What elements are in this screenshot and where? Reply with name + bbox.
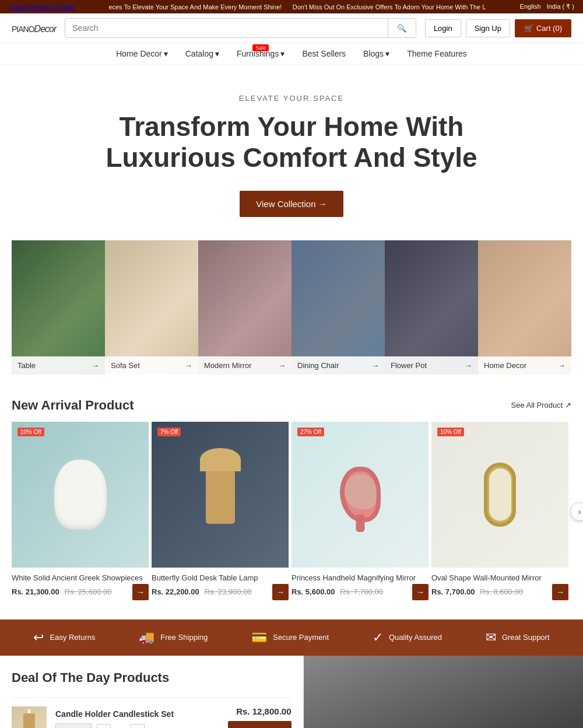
product-image-lamp: 7% Off <box>152 422 289 568</box>
search-button[interactable]: 🔍 <box>388 19 416 37</box>
category-home-decor-label: Home Decor→ <box>478 356 571 374</box>
category-flower-image <box>385 240 478 374</box>
product-info-oval-mirror: Oval Shape Wall-Mounted Mirror Rs. 7,700… <box>431 568 568 602</box>
qty-decrease-button[interactable]: − <box>97 724 111 728</box>
category-flower[interactable]: Flower Pot→ <box>385 240 478 374</box>
product-pricing: Rs. 21,300.00 Rs. 25,600.00 → <box>12 587 149 596</box>
dotd-products: Deal Of The Day Products Candle Holder C… <box>0 656 304 728</box>
dotd-candle-quantity: − 1 + <box>97 724 145 728</box>
currency-select[interactable]: India ( ₹ ) <box>547 3 574 10</box>
products-next-arrow[interactable]: › <box>570 502 583 521</box>
nav-theme-features[interactable]: Theme Features <box>407 49 467 58</box>
trust-great-support: ✉ Great Support <box>486 630 550 645</box>
dotd-candle-variant-select[interactable]: 1 Set <box>55 723 92 728</box>
secure-payment-label: Secure Payment <box>273 633 329 642</box>
top-bar-right: English India ( ₹ ) <box>520 3 574 10</box>
product-old-price: Rs. 8,600.00 <box>480 587 523 596</box>
login-button[interactable]: Login <box>425 19 461 37</box>
products-grid: 10% Off White Solid Ancient Greek Showpi… <box>0 422 583 602</box>
cart-button[interactable]: 🛒 Cart (0) <box>515 19 571 37</box>
quality-assured-label: Quality Assured <box>389 633 442 642</box>
dotd-banner-image <box>304 656 584 728</box>
dotd-candle-price-area: Rs. 12,800.00 Add To Cart <box>228 706 291 728</box>
easy-returns-icon: ↩ <box>33 630 44 645</box>
product-old-price: Rs. 23,900.00 <box>205 587 252 596</box>
hero-section: Elevate Your Space Transform Your Home W… <box>0 65 583 240</box>
new-arrivals-header: New Arrival Product See All Product ↗ <box>0 386 583 422</box>
about-link[interactable]: About Us <box>32 4 58 10</box>
header-actions: Login Sign Up 🛒 Cart (0) <box>425 19 571 37</box>
free-shipping-icon: 🚚 <box>139 630 154 645</box>
product-badge: 27% Off <box>297 428 324 436</box>
top-bar: Contact About Us Faqs eces To Elevate Yo… <box>0 0 583 13</box>
nav-sale-badge: Sale <box>252 44 269 51</box>
product-image-greek: 10% Off <box>12 422 149 568</box>
hero-subtitle: Elevate Your Space <box>12 94 571 103</box>
category-dining[interactable]: Dining Chair→ <box>292 240 385 374</box>
dotd-candle-name: Candle Holder Candlestick Set <box>55 709 219 719</box>
product-arrow-icon[interactable]: → <box>272 584 289 600</box>
language-select[interactable]: English <box>520 3 541 10</box>
product-name: Princess Handheld Magnifying Mirror <box>292 573 429 583</box>
product-arrow-icon[interactable]: → <box>412 584 429 600</box>
trust-quality-assured: ✓ Quality Assured <box>373 630 442 645</box>
product-pricing: Rs. 22,200.00 Rs. 23,900.00 → <box>152 587 289 596</box>
arrow-icon: → <box>278 361 286 370</box>
hero-title: Transform Your Home WithLuxurious Comfor… <box>12 111 571 173</box>
product-badge: 7% Off <box>157 428 181 436</box>
product-name: Butterfly Gold Desk Table Lamp <box>152 573 289 583</box>
chevron-down-icon: ▾ <box>280 49 285 58</box>
nav-best-sellers[interactable]: Best Sellers <box>302 49 346 58</box>
qty-increase-button[interactable]: + <box>131 724 145 728</box>
category-dining-label: Dining Chair→ <box>292 356 385 374</box>
product-badge: 10% Off <box>437 428 464 436</box>
nav-catalog[interactable]: Catalog ▾ <box>185 49 219 58</box>
product-old-price: Rs. 25,600.00 <box>65 587 112 596</box>
product-card-lamp[interactable]: 7% Off Butterfly Gold Desk Table Lamp Rs… <box>152 422 289 602</box>
product-arrow-icon[interactable]: → <box>552 584 568 600</box>
arrow-icon: → <box>92 361 99 370</box>
category-sofa[interactable]: Sofa Set→ <box>105 240 198 374</box>
view-collection-button[interactable]: View Collection → <box>240 191 343 217</box>
dotd-candle-image <box>12 706 47 728</box>
nav-blogs[interactable]: Blogs ▾ <box>363 49 389 58</box>
product-arrow-icon[interactable]: → <box>132 584 149 600</box>
arrow-icon: → <box>371 361 379 370</box>
dotd-candle-add-cart-button[interactable]: Add To Cart <box>228 721 291 728</box>
main-nav: Home Decor ▾ Catalog ▾ Sale Furnishings … <box>0 43 583 65</box>
dotd-title: Deal Of The Day Products <box>12 670 292 685</box>
arrow-icon: → <box>558 361 566 370</box>
see-all-link[interactable]: See All Product ↗ <box>511 401 572 410</box>
arrow-icon: → <box>465 361 472 370</box>
top-bar-links[interactable]: Contact About Us Faqs <box>9 4 75 10</box>
logo[interactable]: PIANODecor <box>12 20 56 36</box>
category-mirror-label: Modern Mirror→ <box>198 356 292 374</box>
category-home-decor-image <box>478 240 571 374</box>
product-card-oval-mirror[interactable]: 10% Off Oval Shape Wall-Mounted Mirror R… <box>431 422 568 602</box>
category-mirror[interactable]: Modern Mirror→ <box>198 240 292 374</box>
category-home-decor[interactable]: Home Decor→ <box>478 240 571 374</box>
faqs-link[interactable]: Faqs <box>61 4 75 10</box>
product-badge: 10% Off <box>17 428 44 436</box>
product-card-mirror-pink[interactable]: 27% Off Princess Handheld Magnifying Mir… <box>292 422 429 602</box>
search-input[interactable] <box>65 19 388 37</box>
chevron-down-icon: ▾ <box>215 49 219 58</box>
header: PIANODecor 🔍 Login Sign Up 🛒 Cart (0) <box>0 13 583 43</box>
product-name: Oval Shape Wall-Mounted Mirror <box>431 573 568 583</box>
contact-link[interactable]: Contact <box>9 4 31 10</box>
category-flower-label: Flower Pot→ <box>385 356 478 374</box>
category-table[interactable]: Table→ <box>12 240 105 374</box>
product-name: White Solid Ancient Greek Showpieces <box>12 573 149 583</box>
product-image-oval-mirror: 10% Off <box>431 422 568 568</box>
product-price: Rs. 22,200.00 <box>152 587 199 596</box>
product-card-greek[interactable]: 10% Off White Solid Ancient Greek Showpi… <box>12 422 149 602</box>
arrow-icon: → <box>185 361 192 370</box>
nav-home-decor[interactable]: Home Decor ▾ <box>116 49 168 58</box>
signup-button[interactable]: Sign Up <box>466 19 510 37</box>
product-price: Rs. 5,600.00 <box>292 587 335 596</box>
marquee-text: eces To Elevate Your Space And Make Ever… <box>75 4 519 10</box>
deal-of-the-day-section: Deal Of The Day Products Candle Holder C… <box>0 656 583 728</box>
trust-easy-returns: ↩ Easy Returns <box>33 630 95 645</box>
category-table-label: Table→ <box>12 356 105 374</box>
easy-returns-label: Easy Returns <box>50 633 95 642</box>
